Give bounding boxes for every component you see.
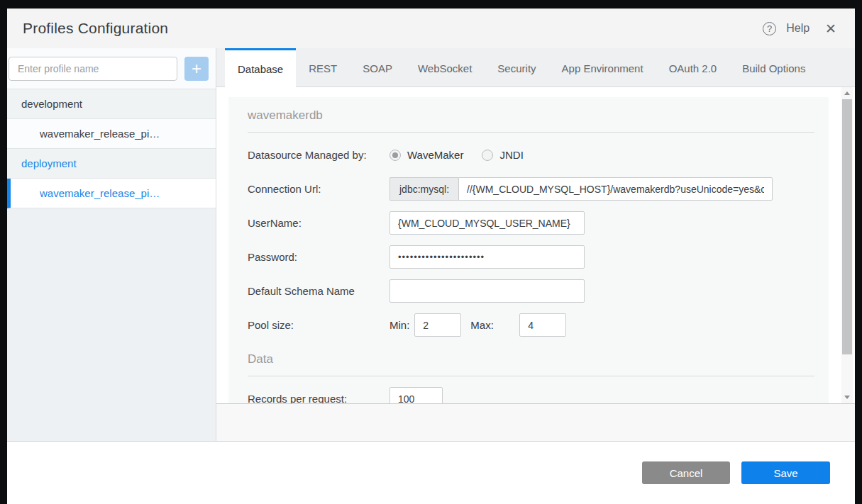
sidebar-item-deployment-profile-selected[interactable]: wavemaker_release_pi… (7, 179, 216, 208)
jdbc-prefix-addon: jdbc:mysql: (389, 177, 458, 201)
connection-url-row: Connection Url: jdbc:mysql: (248, 177, 814, 201)
password-input[interactable] (389, 245, 585, 269)
tab-security[interactable]: Security (485, 48, 548, 86)
scroll-up-button[interactable] (841, 88, 853, 98)
vertical-scrollbar[interactable] (841, 87, 853, 403)
dialog-body: + development wavemaker_release_pi… depl… (7, 48, 855, 442)
records-row: Records per request: (248, 387, 814, 403)
database-form: wavemakerdb Datasource Managed by: WaveM… (228, 97, 829, 403)
username-label: UserName: (248, 217, 389, 229)
username-row: UserName: (248, 211, 814, 235)
records-input[interactable] (389, 387, 443, 403)
arrow-up-icon (844, 91, 850, 95)
username-input[interactable] (389, 211, 585, 235)
sidebar-item-label: wavemaker_release_pi… (40, 128, 160, 140)
tab-build-options[interactable]: Build Options (729, 48, 818, 86)
pool-size-row: Pool size: Min: Max: (248, 313, 814, 337)
help-icon[interactable]: ? (763, 22, 776, 35)
sidebar-item-label: wavemaker_release_pi… (40, 187, 160, 199)
records-label: Records per request: (248, 393, 389, 403)
radio-selected-icon (389, 150, 401, 161)
cancel-button[interactable]: Cancel (642, 461, 730, 484)
connection-url-group: jdbc:mysql: (389, 177, 773, 201)
profile-list: development wavemaker_release_pi… deploy… (7, 89, 216, 208)
tab-oauth[interactable]: OAuth 2.0 (656, 48, 730, 86)
schema-label: Default Schema Name (248, 285, 389, 297)
pool-size-label: Pool size: (248, 319, 389, 331)
header-actions: ? Help ✕ (763, 22, 836, 35)
pool-max-input[interactable] (519, 313, 566, 337)
schema-row: Default Schema Name (248, 279, 814, 303)
scrollbar-thumb[interactable] (842, 99, 852, 354)
datasource-label: Datasource Managed by: (248, 149, 389, 161)
profile-name-input[interactable] (9, 57, 177, 81)
page-title: Profiles Configuration (23, 20, 168, 37)
tab-websocket[interactable]: WebSocket (405, 48, 485, 86)
radio-jndi-label: JNDI (499, 149, 523, 161)
tab-app-environment[interactable]: App Environment (549, 48, 656, 86)
datasource-row: Datasource Managed by: WaveMaker JNDI (248, 143, 814, 167)
tab-panel-footer-space (216, 403, 855, 441)
connection-url-input[interactable] (458, 177, 773, 201)
dialog-header: Profiles Configuration ? Help ✕ (7, 9, 855, 48)
tab-soap[interactable]: SOAP (350, 48, 405, 86)
profiles-sidebar: + development wavemaker_release_pi… depl… (7, 48, 216, 441)
pool-min-input[interactable] (414, 313, 461, 337)
section-divider (248, 376, 814, 376)
sidebar-item-deployment[interactable]: deployment (7, 149, 216, 179)
help-link[interactable]: Help (786, 22, 809, 35)
db-section-title: wavemakerdb (248, 108, 814, 123)
scroll-down-button[interactable] (841, 392, 853, 402)
radio-jndi[interactable]: JNDI (482, 149, 523, 161)
datasource-radio-group: WaveMaker JNDI (389, 149, 524, 161)
tab-rest[interactable]: REST (296, 48, 350, 86)
content-column: Database REST SOAP WebSocket Security Ap… (216, 48, 855, 441)
profiles-configuration-dialog: Profiles Configuration ? Help ✕ + develo… (7, 9, 855, 504)
connection-url-label: Connection Url: (248, 183, 389, 195)
section-divider (248, 132, 814, 133)
dialog-footer: Cancel Save (7, 442, 855, 504)
arrow-down-icon (844, 396, 850, 399)
password-row: Password: (248, 245, 814, 269)
radio-wavemaker-label: WaveMaker (407, 149, 463, 161)
save-button[interactable]: Save (741, 461, 830, 484)
radio-wavemaker[interactable]: WaveMaker (389, 149, 463, 161)
sidebar-item-label: development (21, 98, 82, 110)
pool-size-group: Min: Max: (389, 313, 566, 337)
schema-input[interactable] (389, 279, 585, 303)
close-icon[interactable]: ✕ (825, 22, 836, 35)
radio-unselected-icon (482, 150, 493, 161)
profile-add-row: + (7, 48, 216, 89)
add-profile-button[interactable]: + (184, 57, 209, 81)
sidebar-item-development-profile[interactable]: wavemaker_release_pi… (7, 119, 216, 149)
tab-bar: Database REST SOAP WebSocket Security Ap… (216, 48, 855, 87)
pool-min-label: Min: (389, 319, 409, 331)
pool-max-label: Max: (470, 319, 514, 331)
sidebar-item-development[interactable]: development (7, 89, 216, 119)
sidebar-item-label: deployment (21, 157, 77, 169)
database-tab-panel: wavemakerdb Datasource Managed by: WaveM… (216, 87, 855, 403)
password-label: Password: (248, 251, 389, 263)
tab-database[interactable]: Database (225, 48, 296, 87)
data-section-title: Data (248, 352, 814, 366)
